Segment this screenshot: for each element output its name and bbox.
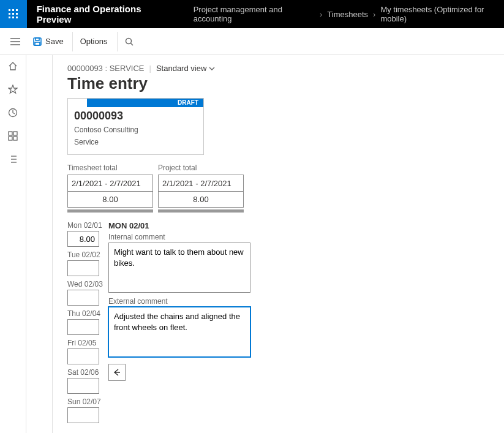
customer-name: Contoso Consulting [74, 125, 197, 135]
day-label-sun: Sun 02/07 [67, 397, 101, 406]
breadcrumb-item[interactable]: Project management and accounting [194, 5, 315, 23]
internal-comment-field[interactable] [108, 243, 250, 293]
chevron-right-icon: › [373, 10, 375, 19]
search-icon [125, 37, 134, 46]
nav-favorites-button[interactable] [7, 83, 19, 96]
hours-input-fri[interactable] [67, 348, 99, 364]
day-detail-panel: MON 02/01 Internal comment External comm… [108, 221, 504, 381]
options-button[interactable]: Options [72, 32, 115, 51]
status-badge: DRAFT [87, 99, 203, 107]
view-label: Standard view [156, 64, 206, 73]
chevron-right-icon: › [320, 10, 322, 19]
hours-input-tue[interactable] [67, 260, 99, 276]
divider: | [149, 64, 151, 73]
home-icon [8, 61, 18, 71]
external-comment-field[interactable] [108, 307, 250, 357]
view-selector[interactable]: Standard view [156, 64, 215, 73]
svg-rect-3 [9, 13, 10, 15]
breadcrumb-item[interactable]: My timesheets (Optimized for mobile) [380, 5, 504, 23]
timesheet-range-field[interactable]: 2/1/2021 - 2/7/2021 [67, 175, 153, 192]
save-label: Save [45, 37, 64, 46]
save-icon [33, 37, 42, 46]
project-name: Service [74, 137, 197, 147]
svg-line-16 [131, 43, 134, 45]
svg-rect-20 [9, 137, 12, 140]
app-launcher-button[interactable] [0, 0, 27, 28]
day-label-mon: Mon 02/01 [67, 221, 101, 230]
content-area: 00000093 : SERVICE | Standard view Time … [53, 55, 504, 433]
svg-rect-14 [35, 42, 40, 45]
hours-input-sat[interactable] [67, 378, 99, 394]
breadcrumb-item[interactable]: Timesheets [327, 10, 368, 19]
arrow-left-icon [113, 368, 121, 377]
content-gutter [26, 55, 53, 433]
external-comment-label: External comment [108, 297, 504, 306]
nav-modules-button[interactable] [7, 153, 19, 165]
options-label: Options [80, 37, 108, 46]
record-id-service: 00000093 : SERVICE [67, 64, 145, 73]
context-line: 00000093 : SERVICE | Standard view [67, 64, 504, 73]
list-icon [8, 154, 18, 164]
nav-workspaces-button[interactable] [7, 130, 19, 142]
timesheet-number: 00000093 [74, 110, 197, 122]
back-button[interactable] [108, 364, 126, 381]
svg-rect-5 [16, 13, 18, 15]
svg-rect-21 [13, 137, 17, 140]
nav-toggle-button[interactable] [6, 32, 24, 51]
hours-input-sun[interactable] [67, 407, 99, 423]
svg-rect-1 [12, 9, 14, 11]
project-range-field[interactable]: 2/1/2021 - 2/7/2021 [158, 175, 244, 192]
svg-point-15 [126, 38, 132, 43]
clock-icon [8, 108, 18, 118]
project-total-value: 8.00 [158, 192, 244, 208]
day-label-fri: Fri 02/05 [67, 339, 101, 347]
timesheet-card[interactable]: DRAFT 00000093 Contoso Consulting Servic… [67, 98, 204, 155]
selected-day-heading: MON 02/01 [108, 221, 504, 230]
svg-rect-0 [9, 9, 10, 11]
internal-comment-label: Internal comment [108, 233, 504, 241]
svg-rect-2 [16, 9, 18, 11]
hours-input-mon[interactable] [67, 231, 99, 247]
svg-rect-7 [12, 17, 14, 18]
day-column: Mon 02/01 Tue 02/02 Wed 02/03 Thu 02/04 [67, 221, 101, 427]
project-total-label: Project total [158, 164, 244, 172]
chevron-down-icon [209, 66, 215, 72]
day-label-thu: Thu 02/04 [67, 309, 101, 318]
grid-icon [8, 131, 18, 141]
top-header: Finance and Operations Preview Project m… [0, 0, 504, 28]
timesheet-total-group: Timesheet total 2/1/2021 - 2/7/2021 8.00 [67, 164, 153, 213]
svg-rect-4 [12, 13, 14, 15]
breadcrumb: Project management and accounting › Time… [181, 5, 504, 23]
svg-rect-6 [9, 17, 10, 18]
hours-input-wed[interactable] [67, 290, 99, 306]
total-bar [158, 209, 244, 213]
total-bar [67, 209, 153, 213]
svg-rect-18 [9, 132, 12, 135]
timesheet-total-label: Timesheet total [67, 164, 153, 172]
search-button[interactable] [117, 32, 141, 51]
hours-input-thu[interactable] [67, 319, 99, 335]
project-total-group: Project total 2/1/2021 - 2/7/2021 8.00 [158, 164, 244, 213]
nav-recent-button[interactable] [7, 107, 19, 119]
svg-rect-13 [36, 38, 39, 40]
timesheet-total-value: 8.00 [67, 192, 153, 208]
nav-home-button[interactable] [7, 60, 19, 72]
left-nav-rail [0, 55, 26, 433]
day-label-tue: Tue 02/02 [67, 250, 101, 259]
svg-rect-19 [13, 132, 17, 135]
svg-rect-8 [16, 17, 18, 18]
page-title: Time entry [67, 74, 504, 93]
save-button[interactable]: Save [27, 32, 70, 51]
action-bar: Save Options [0, 28, 504, 55]
day-label-sat: Sat 02/06 [67, 368, 101, 377]
day-label-wed: Wed 02/03 [67, 280, 101, 288]
star-icon [8, 85, 18, 94]
app-title: Finance and Operations Preview [27, 4, 181, 24]
